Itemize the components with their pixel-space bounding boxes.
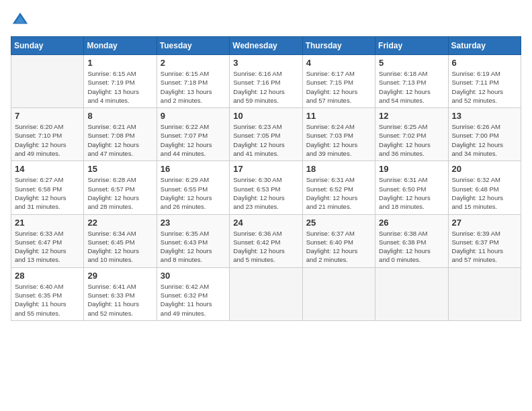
- calendar-cell: 6Sunrise: 6:19 AMSunset: 7:11 PMDaylight…: [448, 55, 521, 108]
- day-info: Sunrise: 6:36 AMSunset: 6:42 PMDaylight:…: [233, 229, 298, 265]
- day-info: Sunrise: 6:21 AMSunset: 7:08 PMDaylight:…: [87, 122, 152, 158]
- day-info: Sunrise: 6:29 AMSunset: 6:55 PMDaylight:…: [161, 175, 226, 211]
- calendar-cell: 7Sunrise: 6:20 AMSunset: 7:10 PMDaylight…: [11, 108, 84, 161]
- calendar-cell: 23Sunrise: 6:35 AMSunset: 6:43 PMDayligh…: [157, 214, 229, 267]
- day-info: Sunrise: 6:22 AMSunset: 7:07 PMDaylight:…: [161, 122, 226, 158]
- day-info: Sunrise: 6:37 AMSunset: 6:40 PMDaylight:…: [306, 229, 371, 265]
- day-info: Sunrise: 6:18 AMSunset: 7:13 PMDaylight:…: [379, 69, 444, 105]
- day-info: Sunrise: 6:42 AMSunset: 6:32 PMDaylight:…: [161, 282, 226, 318]
- calendar-cell: 21Sunrise: 6:33 AMSunset: 6:47 PMDayligh…: [11, 214, 84, 267]
- day-number: 5: [379, 58, 444, 68]
- calendar-week-row: 7Sunrise: 6:20 AMSunset: 7:10 PMDaylight…: [11, 108, 521, 161]
- day-number: 21: [15, 218, 80, 228]
- day-info: Sunrise: 6:28 AMSunset: 6:57 PMDaylight:…: [87, 175, 152, 211]
- day-info: Sunrise: 6:41 AMSunset: 6:33 PMDaylight:…: [87, 282, 152, 318]
- calendar-cell: 10Sunrise: 6:23 AMSunset: 7:05 PMDayligh…: [230, 108, 302, 161]
- day-number: 9: [161, 111, 226, 121]
- header-sunday: Sunday: [11, 37, 84, 55]
- calendar-cell: 16Sunrise: 6:29 AMSunset: 6:55 PMDayligh…: [157, 161, 229, 214]
- day-info: Sunrise: 6:34 AMSunset: 6:45 PMDaylight:…: [87, 229, 152, 265]
- calendar-cell: 26Sunrise: 6:38 AMSunset: 6:38 PMDayligh…: [375, 214, 448, 267]
- day-number: 30: [161, 271, 226, 281]
- day-number: 22: [87, 218, 152, 228]
- calendar-header-row: SundayMondayTuesdayWednesdayThursdayFrid…: [11, 37, 521, 55]
- calendar-cell: 18Sunrise: 6:31 AMSunset: 6:52 PMDayligh…: [302, 161, 375, 214]
- day-info: Sunrise: 6:19 AMSunset: 7:11 PMDaylight:…: [452, 69, 517, 105]
- day-info: Sunrise: 6:25 AMSunset: 7:02 PMDaylight:…: [379, 122, 444, 158]
- day-info: Sunrise: 6:39 AMSunset: 6:37 PMDaylight:…: [452, 229, 517, 265]
- calendar-cell: 4Sunrise: 6:17 AMSunset: 7:15 PMDaylight…: [302, 55, 375, 108]
- calendar-week-row: 1Sunrise: 6:15 AMSunset: 7:19 PMDaylight…: [11, 55, 521, 108]
- calendar-cell: [448, 267, 521, 320]
- day-info: Sunrise: 6:31 AMSunset: 6:52 PMDaylight:…: [306, 175, 371, 211]
- day-info: Sunrise: 6:40 AMSunset: 6:35 PMDaylight:…: [15, 282, 80, 318]
- logo: [11, 11, 32, 30]
- calendar-cell: [375, 267, 448, 320]
- calendar-week-row: 28Sunrise: 6:40 AMSunset: 6:35 PMDayligh…: [11, 267, 521, 320]
- header-wednesday: Wednesday: [230, 37, 302, 55]
- day-number: 11: [306, 111, 371, 121]
- day-info: Sunrise: 6:16 AMSunset: 7:16 PMDaylight:…: [233, 69, 298, 105]
- day-number: 25: [306, 218, 371, 228]
- calendar-cell: 14Sunrise: 6:27 AMSunset: 6:58 PMDayligh…: [11, 161, 84, 214]
- day-info: Sunrise: 6:17 AMSunset: 7:15 PMDaylight:…: [306, 69, 371, 105]
- day-info: Sunrise: 6:32 AMSunset: 6:48 PMDaylight:…: [452, 175, 517, 211]
- header-tuesday: Tuesday: [157, 37, 229, 55]
- logo-icon: [11, 11, 30, 30]
- calendar-cell: 20Sunrise: 6:32 AMSunset: 6:48 PMDayligh…: [448, 161, 521, 214]
- day-number: 18: [306, 164, 371, 174]
- day-number: 19: [379, 164, 444, 174]
- day-number: 26: [379, 218, 444, 228]
- day-number: 20: [452, 164, 517, 174]
- day-number: 4: [306, 58, 371, 68]
- calendar-cell: 19Sunrise: 6:31 AMSunset: 6:50 PMDayligh…: [375, 161, 448, 214]
- calendar-cell: 2Sunrise: 6:15 AMSunset: 7:18 PMDaylight…: [157, 55, 229, 108]
- calendar-cell: 27Sunrise: 6:39 AMSunset: 6:37 PMDayligh…: [448, 214, 521, 267]
- day-number: 27: [452, 218, 517, 228]
- day-info: Sunrise: 6:26 AMSunset: 7:00 PMDaylight:…: [452, 122, 517, 158]
- day-info: Sunrise: 6:23 AMSunset: 7:05 PMDaylight:…: [233, 122, 298, 158]
- calendar-cell: 11Sunrise: 6:24 AMSunset: 7:03 PMDayligh…: [302, 108, 375, 161]
- header-thursday: Thursday: [302, 37, 375, 55]
- day-number: 10: [233, 111, 298, 121]
- day-number: 7: [15, 111, 80, 121]
- calendar-cell: 25Sunrise: 6:37 AMSunset: 6:40 PMDayligh…: [302, 214, 375, 267]
- day-number: 28: [15, 271, 80, 281]
- day-info: Sunrise: 6:35 AMSunset: 6:43 PMDaylight:…: [161, 229, 226, 265]
- calendar-cell: 12Sunrise: 6:25 AMSunset: 7:02 PMDayligh…: [375, 108, 448, 161]
- calendar-cell: 30Sunrise: 6:42 AMSunset: 6:32 PMDayligh…: [157, 267, 229, 320]
- calendar-week-row: 21Sunrise: 6:33 AMSunset: 6:47 PMDayligh…: [11, 214, 521, 267]
- day-info: Sunrise: 6:27 AMSunset: 6:58 PMDaylight:…: [15, 175, 80, 211]
- calendar-cell: 29Sunrise: 6:41 AMSunset: 6:33 PMDayligh…: [84, 267, 157, 320]
- day-number: 24: [233, 218, 298, 228]
- day-info: Sunrise: 6:15 AMSunset: 7:19 PMDaylight:…: [87, 69, 152, 105]
- calendar-cell: 3Sunrise: 6:16 AMSunset: 7:16 PMDaylight…: [230, 55, 302, 108]
- calendar-cell: 22Sunrise: 6:34 AMSunset: 6:45 PMDayligh…: [84, 214, 157, 267]
- calendar-cell: 24Sunrise: 6:36 AMSunset: 6:42 PMDayligh…: [230, 214, 302, 267]
- day-info: Sunrise: 6:24 AMSunset: 7:03 PMDaylight:…: [306, 122, 371, 158]
- day-info: Sunrise: 6:20 AMSunset: 7:10 PMDaylight:…: [15, 122, 80, 158]
- day-number: 14: [15, 164, 80, 174]
- day-number: 16: [161, 164, 226, 174]
- calendar-cell: [302, 267, 375, 320]
- day-info: Sunrise: 6:31 AMSunset: 6:50 PMDaylight:…: [379, 175, 444, 211]
- day-number: 6: [452, 58, 517, 68]
- calendar-cell: 13Sunrise: 6:26 AMSunset: 7:00 PMDayligh…: [448, 108, 521, 161]
- calendar-cell: 8Sunrise: 6:21 AMSunset: 7:08 PMDaylight…: [84, 108, 157, 161]
- calendar-week-row: 14Sunrise: 6:27 AMSunset: 6:58 PMDayligh…: [11, 161, 521, 214]
- day-info: Sunrise: 6:15 AMSunset: 7:18 PMDaylight:…: [161, 69, 226, 105]
- day-number: 1: [87, 58, 152, 68]
- calendar-table: SundayMondayTuesdayWednesdayThursdayFrid…: [11, 36, 521, 321]
- day-number: 3: [233, 58, 298, 68]
- day-number: 17: [233, 164, 298, 174]
- calendar-cell: 9Sunrise: 6:22 AMSunset: 7:07 PMDaylight…: [157, 108, 229, 161]
- day-info: Sunrise: 6:33 AMSunset: 6:47 PMDaylight:…: [15, 229, 80, 265]
- calendar-cell: [230, 267, 302, 320]
- calendar-cell: 1Sunrise: 6:15 AMSunset: 7:19 PMDaylight…: [84, 55, 157, 108]
- header-saturday: Saturday: [448, 37, 521, 55]
- calendar-cell: 15Sunrise: 6:28 AMSunset: 6:57 PMDayligh…: [84, 161, 157, 214]
- day-info: Sunrise: 6:38 AMSunset: 6:38 PMDaylight:…: [379, 229, 444, 265]
- day-number: 13: [452, 111, 517, 121]
- day-info: Sunrise: 6:30 AMSunset: 6:53 PMDaylight:…: [233, 175, 298, 211]
- day-number: 8: [87, 111, 152, 121]
